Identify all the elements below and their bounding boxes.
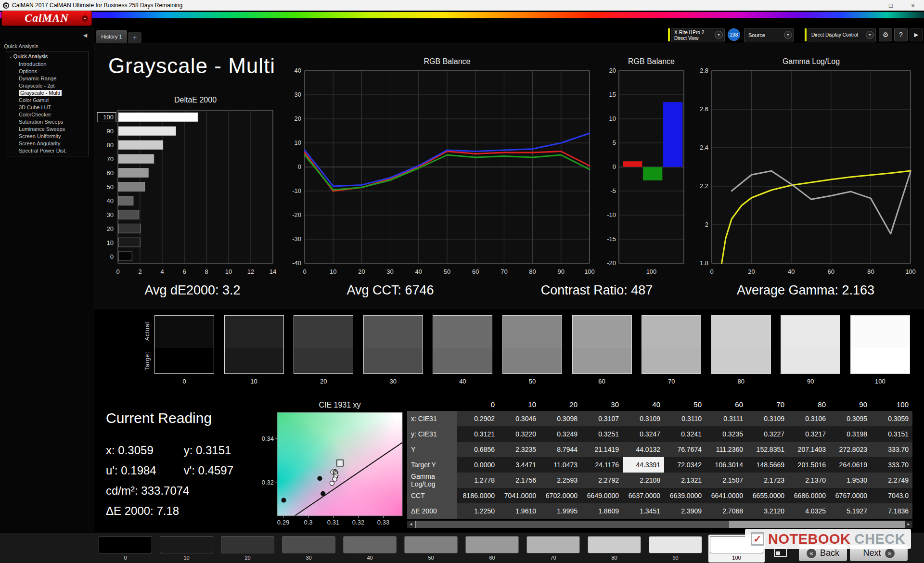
tab-history-1[interactable]: History 1 bbox=[96, 30, 127, 43]
table-cell[interactable]: 0.3121 bbox=[457, 426, 499, 442]
maximize-icon[interactable]: □ bbox=[880, 0, 902, 11]
source-dropdown[interactable]: Source ▼ bbox=[744, 28, 794, 42]
meter-dropdown[interactable]: X-Rite i1Pro 2 Direct View ▼ bbox=[671, 28, 725, 42]
level-button-20[interactable]: 20 bbox=[219, 535, 276, 563]
col-header-0[interactable]: 0 bbox=[457, 397, 499, 411]
table-cell[interactable]: 11.0473 bbox=[540, 457, 581, 473]
tree-node-icon[interactable]: ▪ bbox=[10, 55, 12, 59]
chevron-down-icon[interactable]: ▼ bbox=[82, 15, 88, 22]
table-cell[interactable]: 2.2792 bbox=[581, 473, 623, 488]
sidebar-item-grayscale-2pt[interactable]: Grayscale - 2pt bbox=[6, 82, 88, 90]
table-cell[interactable]: 1.2250 bbox=[457, 503, 499, 519]
table-cell[interactable]: 0.3220 bbox=[499, 426, 540, 442]
table-cell[interactable]: 0.3109 bbox=[747, 411, 788, 426]
chevron-down-icon[interactable]: ▼ bbox=[866, 31, 874, 39]
table-cell[interactable]: 0.0000 bbox=[457, 457, 499, 473]
table-cell[interactable]: 2.1370 bbox=[788, 473, 830, 488]
table-cell[interactable]: 44.0132 bbox=[623, 442, 664, 457]
table-cell[interactable]: 0.3251 bbox=[581, 426, 623, 442]
sidebar-item-screen-angularity[interactable]: Screen Angularity bbox=[6, 140, 88, 147]
level-button-10[interactable]: 10 bbox=[158, 535, 215, 563]
sidebar-item-spectral-power-dist[interactable]: Spectral Power Dist. bbox=[6, 147, 88, 154]
collapse-sidebar-icon[interactable]: ◀ bbox=[80, 30, 90, 40]
table-cell[interactable]: 4.0325 bbox=[788, 503, 830, 519]
table-cell[interactable]: 2.2749 bbox=[871, 473, 912, 488]
scroll-right-icon[interactable]: ► bbox=[905, 521, 912, 528]
table-cell[interactable]: 0.3098 bbox=[540, 411, 581, 426]
table-cell[interactable]: 8.7944 bbox=[540, 442, 581, 457]
sidebar-item-introduction[interactable]: Introduction bbox=[6, 61, 88, 68]
help-icon[interactable]: ? bbox=[894, 28, 908, 41]
table-cell[interactable]: 1.8609 bbox=[581, 503, 623, 519]
table-cell[interactable]: 2.1756 bbox=[499, 473, 540, 488]
sidebar-item-label[interactable]: Screen Angularity bbox=[19, 141, 60, 146]
table-horizontal-scrollbar[interactable]: ◄ ► bbox=[407, 521, 912, 528]
table-cell[interactable]: 0.3111 bbox=[706, 411, 747, 426]
table-cell[interactable]: 0.6856 bbox=[457, 442, 499, 457]
table-cell[interactable]: 72.0342 bbox=[664, 457, 706, 473]
forward-arrow-icon[interactable]: ► bbox=[910, 28, 923, 41]
row-label[interactable]: CCT bbox=[407, 488, 457, 503]
table-cell[interactable]: 333.70 bbox=[871, 442, 912, 457]
level-button-30[interactable]: 30 bbox=[281, 535, 337, 563]
table-cell[interactable]: 24.1176 bbox=[581, 457, 623, 473]
sidebar-item-label[interactable]: 3D Cube LUT bbox=[19, 104, 51, 110]
table-cell[interactable]: 148.5669 bbox=[747, 457, 788, 473]
table-cell[interactable]: 3.2120 bbox=[747, 503, 788, 519]
table-cell[interactable]: 0.2902 bbox=[457, 411, 499, 426]
table-cell[interactable]: 106.3014 bbox=[706, 457, 747, 473]
sidebar-item-label[interactable]: Spectral Power Dist. bbox=[19, 148, 67, 154]
table-cell[interactable]: 2.2593 bbox=[540, 473, 581, 488]
row-label[interactable]: Gamma Log/Log bbox=[407, 473, 457, 488]
table-cell[interactable]: 0.3107 bbox=[581, 411, 623, 426]
sidebar-item-luminance-sweeps[interactable]: Luminance Sweeps bbox=[6, 126, 88, 133]
table-cell[interactable]: 0.3110 bbox=[664, 411, 706, 426]
table-cell[interactable]: 6767.0000 bbox=[830, 488, 871, 503]
table-cell[interactable]: 6639.0000 bbox=[664, 488, 706, 503]
minimize-icon[interactable]: – bbox=[858, 0, 880, 11]
table-cell[interactable]: 2.7068 bbox=[706, 503, 747, 519]
table-cell[interactable]: 0.3235 bbox=[706, 426, 747, 442]
sidebar-item-label[interactable]: Introduction bbox=[19, 61, 46, 67]
sidebar-item-grayscale-multi[interactable]: Grayscale - Multi bbox=[6, 90, 88, 97]
table-cell[interactable]: 7.1836 bbox=[871, 503, 912, 519]
level-button-60[interactable]: 60 bbox=[464, 535, 520, 563]
table-cell[interactable]: 0.3106 bbox=[788, 411, 830, 426]
table-cell[interactable]: 0.3247 bbox=[623, 426, 664, 442]
col-header-30[interactable]: 30 bbox=[581, 397, 623, 411]
table-cell[interactable]: 1.9530 bbox=[830, 473, 871, 488]
table-cell[interactable]: 1.9995 bbox=[540, 503, 581, 519]
table-cell[interactable]: 76.7674 bbox=[664, 442, 706, 457]
level-button-70[interactable]: 70 bbox=[525, 535, 581, 563]
table-cell[interactable]: 6637.0000 bbox=[623, 488, 664, 503]
table-cell[interactable]: 0.3227 bbox=[747, 426, 788, 442]
table-cell[interactable]: 0.3241 bbox=[664, 426, 706, 442]
level-button-80[interactable]: 80 bbox=[586, 535, 642, 563]
sidebar-item-label[interactable]: Grayscale - 2pt bbox=[19, 83, 55, 89]
table-cell[interactable]: 44.3391 bbox=[623, 457, 664, 473]
table-cell[interactable]: 201.5016 bbox=[788, 457, 830, 473]
sidebar-item-saturation-sweeps[interactable]: Saturation Sweeps bbox=[6, 118, 88, 126]
table-cell[interactable]: 0.3217 bbox=[788, 426, 830, 442]
col-header-10[interactable]: 10 bbox=[499, 397, 540, 411]
table-cell[interactable]: 2.2108 bbox=[623, 473, 664, 488]
sidebar-item-screen-uniformity[interactable]: Screen Uniformity bbox=[6, 133, 88, 140]
sidebar-item-colorchecker[interactable]: ColorChecker bbox=[6, 111, 88, 118]
table-cell[interactable]: 0.3046 bbox=[499, 411, 540, 426]
row-label[interactable]: Target Y bbox=[407, 457, 457, 473]
table-cell[interactable]: 152.8351 bbox=[747, 442, 788, 457]
row-label[interactable]: y: CIE31 bbox=[407, 426, 457, 442]
sidebar-item-3d-cube-lut[interactable]: 3D Cube LUT bbox=[6, 104, 88, 111]
col-header-60[interactable]: 60 bbox=[706, 397, 747, 411]
table-cell[interactable]: 7043.0 bbox=[871, 488, 912, 503]
table-cell[interactable]: 2.1507 bbox=[706, 473, 747, 488]
table-cell[interactable]: 7041.0000 bbox=[499, 488, 540, 503]
sidebar-item-label[interactable]: Options bbox=[19, 68, 37, 74]
level-button-40[interactable]: 40 bbox=[342, 535, 398, 563]
table-cell[interactable]: 0.3151 bbox=[871, 426, 912, 442]
table-cell[interactable]: 207.1403 bbox=[788, 442, 830, 457]
table-cell[interactable]: 333.70 bbox=[871, 457, 912, 473]
sidebar-item-color-gamut[interactable]: Color Gamut bbox=[6, 97, 88, 104]
display-control-dropdown[interactable]: Direct Display Control ▼ bbox=[808, 28, 876, 42]
table-cell[interactable]: 0.3109 bbox=[623, 411, 664, 426]
